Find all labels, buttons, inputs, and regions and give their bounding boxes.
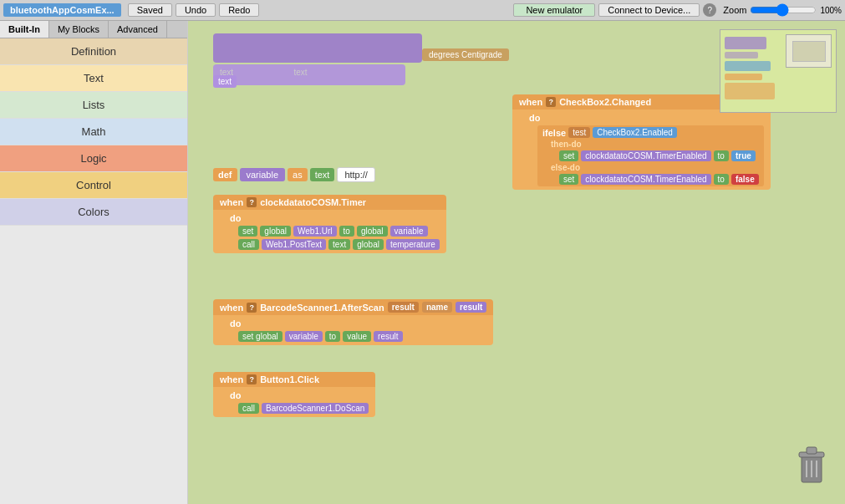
sidebar-item-math[interactable]: Math	[0, 119, 187, 145]
block-barcode-scan[interactable]: when ? BarcodeScanner1.AfterScan result …	[213, 299, 493, 345]
redo-button[interactable]: Redo	[219, 3, 259, 17]
block-text-label[interactable]: text	[213, 75, 237, 88]
svg-rect-2	[807, 447, 817, 454]
tab-my-blocks[interactable]: My Blocks	[49, 21, 109, 38]
sidebar-item-colors[interactable]: Colors	[0, 199, 187, 226]
toolbar: bluetoothAppCosmEx... Saved Undo Redo Ne…	[0, 0, 845, 21]
zoom-slider[interactable]	[750, 3, 817, 17]
undo-button[interactable]: Undo	[176, 3, 216, 17]
sidebar: Built-In My Blocks Advanced Definition T…	[0, 21, 188, 504]
block-def-variable[interactable]: def variable as text http://	[213, 167, 375, 182]
zoom-value: 100%	[820, 6, 842, 15]
zoom-label: Zoom	[723, 5, 746, 15]
sidebar-item-lists[interactable]: Lists	[0, 92, 187, 119]
app-title: bluetoothAppCosmEx...	[3, 3, 121, 17]
block-purple-sub[interactable]: text text	[213, 64, 405, 85]
minimap	[720, 29, 837, 113]
block-when-clock[interactable]: when ? clockdatatoCOSM.Timer do set glob…	[213, 195, 446, 253]
block-button-click[interactable]: when ? Button1.Click do call BarcodeScan…	[213, 372, 375, 417]
sidebar-items: Definition Text Lists Math Logic Control…	[0, 38, 187, 226]
main-layout: Built-In My Blocks Advanced Definition T…	[0, 21, 845, 504]
tab-advanced[interactable]: Advanced	[109, 21, 167, 38]
sidebar-item-text[interactable]: Text	[0, 65, 187, 92]
new-emulator-button[interactable]: New emulator	[513, 3, 595, 17]
sidebar-item-logic[interactable]: Logic	[0, 145, 187, 172]
block-group-top-purple: text text degrees Centigrade text	[213, 33, 422, 85]
connect-button[interactable]: Connect to Device...	[598, 3, 700, 17]
saved-button: Saved	[128, 3, 172, 17]
help-button[interactable]: ?	[703, 3, 716, 17]
sidebar-item-control[interactable]: Control	[0, 172, 187, 199]
trash-can[interactable]	[795, 445, 828, 487]
block-purple-top[interactable]	[213, 33, 422, 63]
sidebar-item-definition[interactable]: Definition	[0, 38, 187, 65]
block-degrees[interactable]: degrees Centigrade	[422, 48, 509, 61]
sidebar-tabs: Built-In My Blocks Advanced	[0, 21, 187, 38]
zoom-control: Zoom 100%	[723, 3, 842, 17]
tab-built-in[interactable]: Built-In	[0, 21, 49, 38]
canvas-area[interactable]: text text degrees Centigrade text def va…	[188, 21, 845, 504]
